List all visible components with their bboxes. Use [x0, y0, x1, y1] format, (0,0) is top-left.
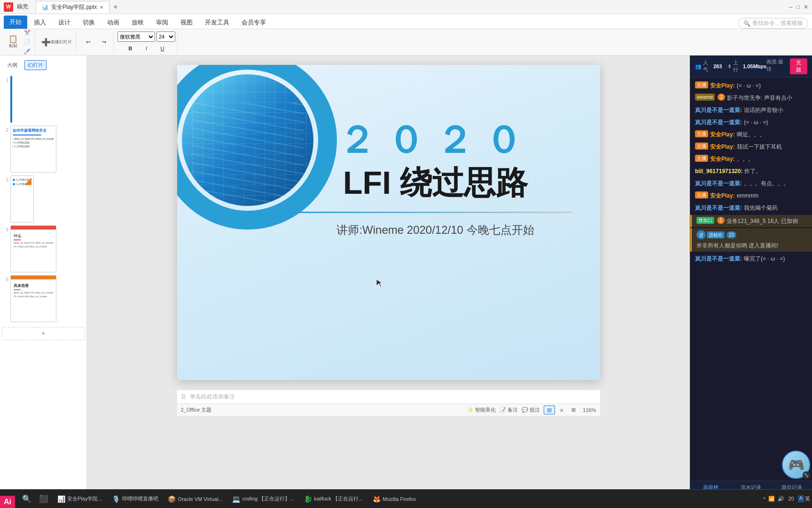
taskbar-coding[interactable]: 💻 coding 【正在运行】... — [228, 492, 298, 507]
taskbar-task-view[interactable]: ⬛ — [36, 492, 51, 507]
tray-expand[interactable]: ^ — [763, 496, 765, 502]
minimize-button[interactable]: ─ — [789, 4, 793, 10]
copy-button[interactable]: 📄 — [22, 38, 33, 47]
slide-info: 2_Office 主题 — [181, 406, 212, 413]
chat-text-9: 。。。有点。。。 — [744, 179, 789, 188]
slide-thumb-4[interactable]: 什么 allow_url_fopen=On allow_url_include … — [10, 225, 56, 272]
taskbar-virtualbox[interactable]: 📦 Oracle VM Virtual... — [164, 492, 226, 507]
tab-slideshow[interactable]: 放映 — [126, 16, 149, 29]
search-box[interactable]: 🔍 查找命令，搜索模板 — [738, 18, 808, 29]
speed-label: 上行 — [733, 59, 742, 73]
slide-thumb-5[interactable]: 具体危害 allow_url_fopen=On allow_url_includ… — [10, 275, 56, 322]
bilibili-icon: 🎙️ — [112, 495, 120, 503]
new-tab-button[interactable]: + — [111, 3, 119, 11]
chat-text-11: 我先喝个菊药 — [744, 204, 778, 212]
ribbon: 开始 插入 设计 切换 动画 放映 审阅 视图 开发工具 会员专享 🔍 查找命令… — [0, 14, 812, 56]
ribbon-tabs: 开始 插入 设计 切换 动画 放映 审阅 视图 开发工具 会员专享 🔍 查找命令… — [0, 14, 812, 29]
tab-developer[interactable]: 开发工具 — [199, 16, 235, 29]
chat-user-9: 岚川是不是一道菜: — [695, 179, 742, 188]
tab-transitions[interactable]: 切换 — [77, 16, 101, 29]
tab-bar: 📊 安全Play学院.pptx ✕ + — [36, 1, 120, 13]
redo-button[interactable]: ↪ — [96, 36, 111, 49]
jinkouban-badge: 禁加口 — [696, 217, 714, 224]
slide-main-content: ２０２０ LFI 绕过思路 讲师:Wineme 2020/12/10 今晚七点开… — [299, 121, 572, 238]
outline-view-button[interactable]: ≡ — [557, 406, 566, 414]
cut-button[interactable]: ✂️ — [22, 29, 33, 37]
smart-beautify-button[interactable]: ✨ 智能美化 — [467, 406, 496, 413]
jinbu-badge: 进鲸欣 — [707, 231, 725, 238]
slide-4-wrapper: 4 什么 allow_url_fopen=On allow_url_includ… — [2, 225, 85, 272]
main-area: 大纲 幻灯片 1 2020 LFI 绕过思路 讲师:Wineme 2020/12… — [0, 56, 812, 508]
tab-view[interactable]: 视图 — [175, 16, 198, 29]
outline-view-tab[interactable]: 大纲 — [4, 60, 21, 70]
close-button[interactable]: ✕ — [804, 4, 808, 10]
font-family-select[interactable]: 微软雅黑 — [117, 32, 155, 42]
underline-button[interactable]: U — [155, 44, 170, 53]
ribbon-content: 📋 粘贴 ✂️ 📄 🖌️ ➕ 新建幻 — [0, 29, 812, 55]
chat-text-12: 业务121_348_5 16人 已加倒 — [726, 217, 798, 225]
add-slide-button[interactable]: + — [2, 327, 85, 340]
notes-placeholder[interactable]: 单击此处添加备注 — [190, 393, 235, 401]
host-badge-10: 主播 — [695, 191, 708, 198]
chat-msg-12: 禁加口 1 业务121_348_5 16人 已加倒 — [690, 215, 812, 227]
taskbar-kali[interactable]: 🐉 kalifuck 【正在运行... — [300, 492, 367, 507]
status-bar-right: ✨ 智能美化 📝 备注 💬 批注 ▤ ≡ ⊞ 116% — [467, 405, 596, 414]
chat-header: 👥 人气 283 ⬆ 上行 1.05Mbps 画质:最佳 充颜 — [690, 56, 812, 78]
notes-bar[interactable]: ☰ 单击此处添加备注 — [177, 389, 600, 404]
bold-button[interactable]: B — [123, 44, 138, 53]
chat-msg-10: 主播 安全Play: emmmm — [690, 190, 812, 202]
clock[interactable]: 20 — [786, 495, 796, 502]
slide-view-tab[interactable]: 幻灯片 — [24, 60, 47, 70]
normal-view-button[interactable]: ▤ — [544, 405, 555, 414]
format-painter-button[interactable]: 🖌️ — [22, 48, 33, 56]
chat-msg-13: 进 进鲸欣 23 并非所有人都是你哟 进入直播间! — [690, 228, 812, 252]
font-size-select[interactable]: 24 — [156, 32, 175, 42]
slide-title[interactable]: LFI 绕过思路 — [299, 164, 572, 202]
charge-button[interactable]: 充颜 — [790, 58, 807, 74]
slide-subtitle[interactable]: 讲师:Wineme 2020/12/10 今晚七点开始 — [299, 222, 572, 238]
view-controls: ▤ ≡ ⊞ — [544, 405, 579, 414]
input-mode[interactable]: A — [798, 495, 804, 502]
slide-thumb-3[interactable]: 1_LFI绕过思路 1_LFI绕过思路 — [10, 175, 34, 222]
viewers-icon: 👥 — [695, 64, 702, 70]
tab-design[interactable]: 设计 — [53, 16, 76, 29]
host-badge-5: 主播 — [695, 130, 708, 137]
close-icon[interactable]: ✕ — [100, 5, 103, 10]
taskbar-firefox[interactable]: 🦊 Mozilla Firefox — [368, 492, 420, 507]
paste-button[interactable]: 📋 粘贴 — [6, 33, 21, 52]
tab-home[interactable]: 开始 — [4, 16, 27, 29]
taskbar: ⊞ 🔍 ⬛ 📊 安全Play学院... 🎙️ 哔哩哔哩直播吧 📦 Oracle … — [0, 489, 812, 508]
slide-3-wrapper: 3 1_LFI绕过思路 1_LFI绕过思路 — [2, 175, 85, 222]
taskbar-cortana[interactable]: 🔍 — [19, 492, 34, 507]
file-tab[interactable]: 📊 安全Play学院.pptx ✕ — [36, 1, 109, 13]
tab-insert[interactable]: 插入 — [28, 16, 52, 29]
tab-animations[interactable]: 动画 — [102, 16, 125, 29]
network-icon[interactable]: 📶 — [768, 496, 775, 502]
notes-toggle[interactable]: 📝 备注 — [500, 406, 518, 413]
chat-msg-8: bili_96171971320: 炸了。 — [690, 165, 812, 177]
undo-button[interactable]: ↩ — [80, 36, 95, 49]
tab-review[interactable]: 审阅 — [150, 16, 174, 29]
new-slide-button[interactable]: ➕ 新建幻灯片 — [39, 33, 74, 52]
slide-canvas[interactable]: ２０２０ LFI 绕过思路 讲师:Wineme 2020/12/10 今晚七点开… — [177, 65, 600, 380]
firefox-icon: 🦊 — [372, 495, 381, 503]
taskbar-bilibili[interactable]: 🎙️ 哔哩哔哩直播吧 — [108, 492, 162, 507]
tab-membership[interactable]: 会员专享 — [236, 16, 272, 29]
kali-icon: 🐉 — [304, 495, 312, 503]
chat-user-6: 安全Play: — [710, 143, 735, 151]
ime-lang[interactable]: 英 — [805, 495, 810, 502]
paste-icon: 📋 — [8, 35, 18, 43]
slide-thumb-1[interactable]: 2020 LFI 绕过思路 讲师:Wineme 2020/12/10 — [10, 76, 12, 123]
maximize-button[interactable]: □ — [796, 4, 800, 10]
taskbar-wps[interactable]: 📊 安全Play学院... — [53, 492, 106, 507]
chat-msg-14: 岚川是不是一道菜: 曝完了(= · ω · =) — [690, 253, 812, 265]
slide-thumb-2[interactable]: 如何学渗透网络安全 • allow_url_fopen=On allow_url… — [10, 126, 56, 173]
upload-speed: ⬆ 上行 1.05Mbps — [727, 59, 766, 73]
grid-view-button[interactable]: ⊞ — [568, 405, 579, 414]
notes-icon: ☰ — [181, 394, 186, 400]
italic-button[interactable]: I — [139, 44, 154, 53]
chat-msg-4: 岚川是不是一道菜: (= · ω · =) — [690, 116, 812, 128]
chat-text-6: 我试一下拔下耳机 — [737, 143, 782, 151]
volume-icon[interactable]: 🔊 — [778, 496, 784, 502]
comments-toggle[interactable]: 💬 批注 — [522, 406, 540, 413]
